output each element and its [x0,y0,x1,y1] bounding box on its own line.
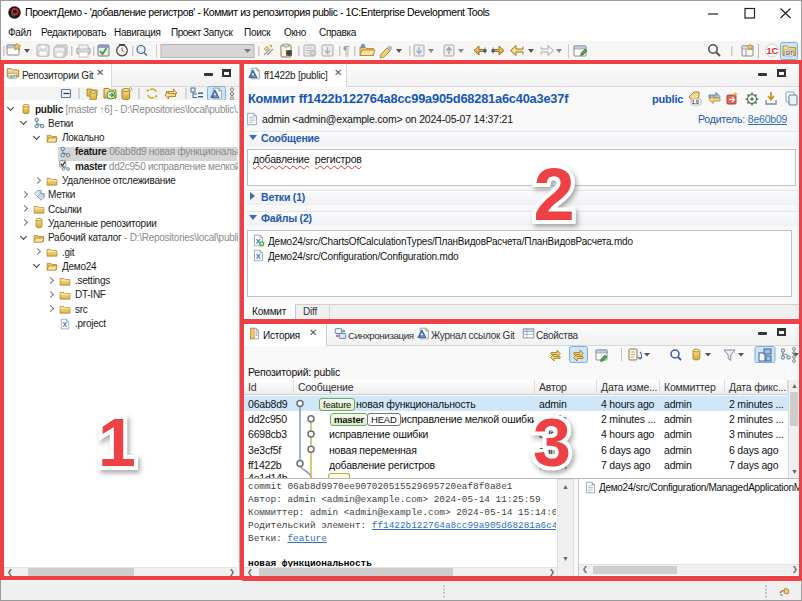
svg-text:GIT: GIT [786,51,794,56]
svg-text:¶: ¶ [343,44,349,58]
svg-text:1.0: 1.0 [692,99,699,105]
svg-text:1С: 1С [767,46,779,56]
